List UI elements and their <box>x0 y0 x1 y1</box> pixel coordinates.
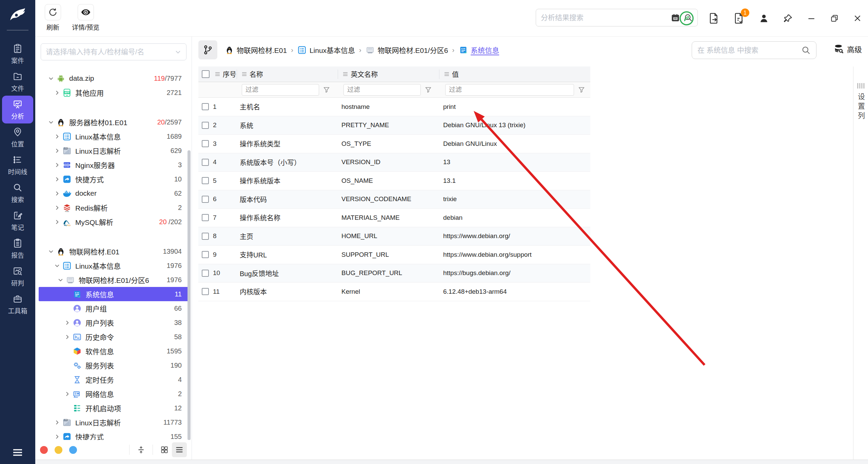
column-header-name[interactable]: 名称 <box>237 70 338 79</box>
tree-node-定时任务[interactable]: 定时任务4 <box>35 372 189 387</box>
chevron-down-icon[interactable] <box>46 247 56 256</box>
collapse-all-icon[interactable] <box>134 442 149 457</box>
restore-icon[interactable] <box>830 14 839 23</box>
tree-node-Linux基本信息[interactable]: Linux基本信息1689 <box>35 129 189 143</box>
breadcrumb-item-物联网检材.E01/分区6[interactable]: 物联网检材.E01/分区6 <box>366 45 448 55</box>
row-checkbox[interactable] <box>202 122 209 129</box>
filter-input-name[interactable] <box>242 84 319 96</box>
table-row[interactable]: 3操作系统类型OS_TYPEDebian GNU/Linux <box>198 135 590 153</box>
row-checkbox[interactable] <box>202 270 209 277</box>
table-row[interactable]: 9支持URLSUPPORT_URLhttps://www.debian.org/… <box>198 246 590 264</box>
chevron-right-icon[interactable] <box>52 217 62 227</box>
chevron-right-icon[interactable] <box>52 132 62 141</box>
row-checkbox[interactable] <box>202 288 209 295</box>
chevron-down-icon[interactable] <box>52 261 62 270</box>
chevron-down-icon[interactable] <box>46 74 56 83</box>
sidebar-item-报告[interactable]: 报告 <box>0 235 35 263</box>
sidebar-item-分析[interactable]: 分析 <box>2 96 33 123</box>
license-ring-icon[interactable] <box>679 11 694 26</box>
filter-input-en-name[interactable] <box>343 84 421 96</box>
settings-columns-tab[interactable]: 设置列 <box>853 66 868 460</box>
filter-input-value[interactable] <box>445 84 574 96</box>
tree-node-Linux日志解析[interactable]: LOGLinux日志解析11773 <box>35 415 189 429</box>
holder-filter-input[interactable] <box>46 48 175 56</box>
refresh-icon[interactable] <box>45 4 61 20</box>
column-header-value[interactable]: 值 <box>439 70 590 79</box>
tree-node-其他应用[interactable]: APP其他应用2721 <box>35 85 189 100</box>
minimize-icon[interactable] <box>807 14 816 23</box>
tree-node-历史命令[interactable]: 历史命令58 <box>35 330 189 344</box>
filter-funnel-icon[interactable] <box>578 86 585 93</box>
tree-node-Redis解析[interactable]: redisRedis解析2 <box>35 200 189 215</box>
row-checkbox[interactable] <box>202 159 209 166</box>
select-all-checkbox[interactable] <box>202 70 210 78</box>
row-checkbox[interactable] <box>202 196 209 203</box>
menu-icon[interactable] <box>0 448 35 457</box>
column-header-en-name[interactable]: 英文名称 <box>338 70 439 79</box>
tree-scrollbar[interactable] <box>188 150 191 440</box>
breadcrumb-item-物联网检材.E01[interactable]: 物联网检材.E01 <box>224 45 287 55</box>
sidebar-item-研判[interactable]: 研判 <box>0 263 35 290</box>
tree-node-物联网检材.E01[interactable]: 物联网检材.E0113904 <box>35 244 189 258</box>
list-view-icon[interactable] <box>172 442 187 457</box>
tree-node-系统信息[interactable]: 系统信息11 <box>39 287 189 301</box>
chevron-right-icon[interactable] <box>52 418 62 427</box>
row-checkbox[interactable] <box>202 214 209 221</box>
table-row[interactable]: 2系统PRETTY_NAMEDebian GNU/Linux 13 (trixi… <box>198 116 590 135</box>
chevron-down-icon[interactable] <box>46 117 56 127</box>
eye-icon[interactable] <box>78 4 94 20</box>
global-search-input[interactable] <box>541 14 671 22</box>
row-checkbox[interactable] <box>202 233 209 240</box>
row-checkbox[interactable] <box>202 140 209 147</box>
export-icon[interactable] <box>709 13 719 24</box>
tree-node-用户组[interactable]: 用户组66 <box>35 301 189 315</box>
sidebar-item-笔记[interactable]: 笔记 <box>0 207 35 235</box>
table-row[interactable]: 6版本代码VERSION_CODENAMEtrixie <box>198 190 590 209</box>
user-icon[interactable] <box>759 13 769 23</box>
preview-button[interactable]: 详情/预览 <box>72 4 99 32</box>
status-dot-0[interactable] <box>40 446 48 454</box>
table-row[interactable]: 7操作系统名称MATERIALS_NAMEdebian <box>198 209 590 227</box>
local-search-input[interactable] <box>697 46 801 54</box>
filter-funnel-icon[interactable] <box>425 86 432 93</box>
sidebar-item-搜索[interactable]: 搜索 <box>0 179 35 207</box>
tree-node-服务列表[interactable]: 服务列表190 <box>35 358 189 372</box>
status-dot-2[interactable] <box>69 446 77 454</box>
holder-filter-select[interactable] <box>41 43 186 60</box>
sidebar-item-位置[interactable]: 位置 <box>0 123 35 151</box>
tree-node-data.zip[interactable]: data.zip119/7977 <box>35 71 189 85</box>
chevron-right-icon[interactable] <box>52 203 62 212</box>
advanced-search-button[interactable]: 高级 <box>833 43 862 54</box>
table-row[interactable]: 4系统版本号（小写）VERSION_ID13 <box>198 153 590 172</box>
tree-node-物联网检材.E01/分区6[interactable]: 物联网检材.E01/分区61976 <box>35 273 189 287</box>
table-row[interactable]: 5操作系统版本OS_NAME13.1 <box>198 172 590 190</box>
chevron-down-icon[interactable] <box>56 275 65 285</box>
tree-node-docker[interactable]: docker62 <box>35 186 189 200</box>
grid-view-icon[interactable] <box>157 442 172 457</box>
row-checkbox[interactable] <box>202 251 209 258</box>
chevron-right-icon[interactable] <box>52 146 62 155</box>
table-row[interactable]: 1主机名hostnameprint <box>198 98 590 116</box>
tree-node-Linux日志解析[interactable]: LOGLinux日志解析629 <box>35 143 189 158</box>
chevron-right-icon[interactable] <box>52 174 62 184</box>
breadcrumb-item-Linux基本信息[interactable]: Linux基本信息 <box>297 45 355 55</box>
tree-node-Nginx服务器[interactable]: Nginx服务器3 <box>35 158 189 172</box>
table-row[interactable]: 10Bug反馈地址BUG_REPORT_URLhttps://bugs.debi… <box>198 264 590 283</box>
report-tasks-icon[interactable]: 1 <box>734 13 745 24</box>
chevron-right-icon[interactable] <box>52 189 62 198</box>
filter-funnel-icon[interactable] <box>323 86 330 93</box>
table-row[interactable]: 8主页HOME_URLhttps://www.debian.org/ <box>198 227 590 246</box>
pin-icon[interactable] <box>783 14 793 23</box>
sidebar-item-时间线[interactable]: 时间线 <box>0 151 35 179</box>
sidebar-item-文件[interactable]: 文件 <box>0 68 35 96</box>
tree-node-快捷方式[interactable]: 快捷方式10 <box>35 172 189 186</box>
tree-node-开机启动项[interactable]: 开机启动项12 <box>35 401 189 415</box>
row-checkbox[interactable] <box>202 103 209 110</box>
tree-node-软件信息[interactable]: 软件信息1595 <box>35 344 189 358</box>
chevron-right-icon[interactable] <box>52 88 62 97</box>
sidebar-item-案件[interactable]: 案件 <box>0 40 35 68</box>
row-checkbox[interactable] <box>202 177 209 184</box>
breadcrumb-item-系统信息[interactable]: 系统信息 <box>458 45 499 55</box>
local-search-box[interactable] <box>692 41 816 59</box>
chevron-right-icon[interactable] <box>52 160 62 170</box>
